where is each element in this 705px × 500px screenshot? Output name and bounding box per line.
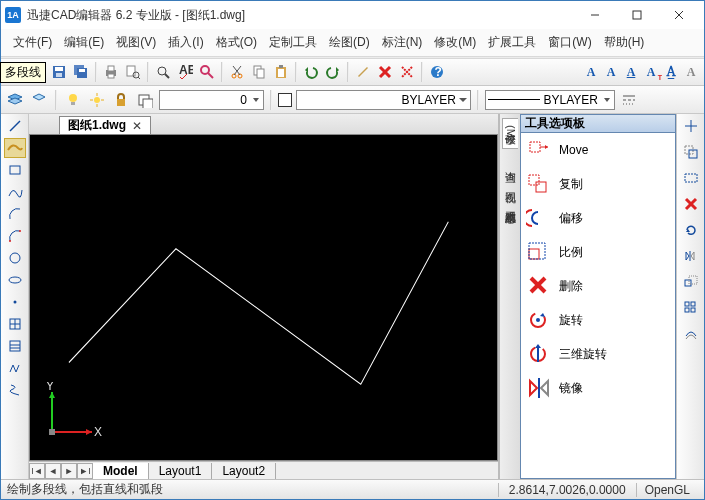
redo-icon[interactable] xyxy=(323,62,343,82)
palette-item-scale[interactable]: 比例 xyxy=(521,235,675,269)
polyline-tool[interactable] xyxy=(4,138,26,158)
textstyle-underline[interactable]: A xyxy=(622,63,640,81)
vtab-view[interactable]: 视图 xyxy=(503,177,518,189)
copy-icon[interactable] xyxy=(249,62,269,82)
layer-color-icon[interactable] xyxy=(135,90,155,110)
linetype-combo[interactable]: BYLAYER xyxy=(296,90,471,110)
vtab-inquiry[interactable]: 查询 xyxy=(503,157,518,169)
menu-help[interactable]: 帮助(H) xyxy=(598,31,651,54)
textstyle-A3[interactable]: AT xyxy=(642,63,660,81)
hatch-tool[interactable] xyxy=(4,336,26,356)
palette-item-copy[interactable]: 复制 xyxy=(521,167,675,201)
undo-icon[interactable] xyxy=(301,62,321,82)
point-tool[interactable] xyxy=(4,292,26,312)
arc-tool[interactable] xyxy=(4,204,26,224)
menu-dim[interactable]: 标注(N) xyxy=(376,31,429,54)
printpreview-icon[interactable] xyxy=(123,62,143,82)
textstyle-A5[interactable]: A xyxy=(682,63,700,81)
palette-item-rotate[interactable]: 旋转 xyxy=(521,303,675,337)
menu-edit[interactable]: 编辑(E) xyxy=(58,31,110,54)
palette-item-offset[interactable]: 偏移 xyxy=(521,201,675,235)
arc3p-tool[interactable] xyxy=(4,226,26,246)
scale2-icon[interactable] xyxy=(680,272,702,292)
tooltip: 多段线 xyxy=(0,62,46,83)
menu-format[interactable]: 格式(O) xyxy=(210,31,263,54)
copy2-icon[interactable] xyxy=(680,142,702,162)
linetype-icon[interactable] xyxy=(619,90,639,110)
array-icon[interactable] xyxy=(680,298,702,318)
erase-red-icon[interactable] xyxy=(375,62,395,82)
menu-view[interactable]: 视图(V) xyxy=(110,31,162,54)
layout-1[interactable]: Layout1 xyxy=(149,463,213,479)
delete2-icon[interactable] xyxy=(680,194,702,214)
vtab-modify[interactable]: 修改(M) xyxy=(502,118,518,149)
rotate-icon xyxy=(525,307,553,333)
sun-icon[interactable] xyxy=(87,90,107,110)
palette-item-move[interactable]: Move xyxy=(521,133,675,167)
svg-rect-38 xyxy=(71,102,75,105)
offset2-icon[interactable] xyxy=(680,324,702,344)
line-tool[interactable] xyxy=(4,116,26,136)
help-icon[interactable]: ? xyxy=(427,62,447,82)
menu-insert[interactable]: 插入(I) xyxy=(162,31,209,54)
layout-model[interactable]: Model xyxy=(93,463,149,479)
layerstate-icon[interactable] xyxy=(29,90,49,110)
lightbulb-icon[interactable] xyxy=(63,90,83,110)
menu-draw[interactable]: 绘图(D) xyxy=(323,31,376,54)
tab-nav-next[interactable]: ► xyxy=(61,463,77,479)
canvas[interactable]: X Y xyxy=(29,134,498,461)
tab-close-icon[interactable]: ✕ xyxy=(132,119,142,133)
textstyle-A1[interactable]: A xyxy=(582,63,600,81)
layout-2[interactable]: Layout2 xyxy=(212,463,276,479)
svg-point-55 xyxy=(9,277,21,283)
palette-item-rotate3d[interactable]: 三维旋转 xyxy=(521,337,675,371)
spline-tool[interactable] xyxy=(4,182,26,202)
window-title: 迅捷CAD编辑器 6.2 专业版 - [图纸1.dwg] xyxy=(27,7,574,24)
ellipse-tool[interactable] xyxy=(4,270,26,290)
cut-icon[interactable] xyxy=(227,62,247,82)
maximize-button[interactable] xyxy=(616,3,658,27)
menu-custom[interactable]: 定制工具 xyxy=(263,31,323,54)
trace-tool[interactable] xyxy=(4,358,26,378)
minimize-button[interactable] xyxy=(574,3,616,27)
erase-dashed-icon[interactable] xyxy=(397,62,417,82)
palette-item-delete[interactable]: 删除 xyxy=(521,269,675,303)
move-icon[interactable] xyxy=(680,116,702,136)
spellcheck-icon[interactable]: ABC xyxy=(175,62,195,82)
audit-icon[interactable] xyxy=(197,62,217,82)
menu-modify[interactable]: 修改(M) xyxy=(428,31,482,54)
stretch-icon[interactable] xyxy=(680,168,702,188)
layer-combo[interactable]: 0 xyxy=(159,90,264,110)
svg-rect-92 xyxy=(691,308,695,312)
circle-tool[interactable] xyxy=(4,248,26,268)
print-icon[interactable] xyxy=(101,62,121,82)
mirror2-icon[interactable] xyxy=(680,246,702,266)
rotate2-icon[interactable] xyxy=(680,220,702,240)
tab-nav-prev[interactable]: ◄ xyxy=(45,463,61,479)
svg-rect-91 xyxy=(685,308,689,312)
paste-icon[interactable] xyxy=(271,62,291,82)
menu-file[interactable]: 文件(F) xyxy=(7,31,58,54)
svg-rect-29 xyxy=(278,69,284,77)
textstyle-A2[interactable]: A xyxy=(602,63,620,81)
tab-nav-first[interactable]: I◄ xyxy=(29,463,45,479)
close-button[interactable] xyxy=(658,3,700,27)
find-icon[interactable] xyxy=(153,62,173,82)
block-tool[interactable] xyxy=(4,314,26,334)
helix-tool[interactable] xyxy=(4,380,26,400)
rectangle-tool[interactable] xyxy=(4,160,26,180)
lock-icon[interactable] xyxy=(111,90,131,110)
doc-tab[interactable]: 图纸1.dwg✕ xyxy=(59,116,151,134)
menu-window[interactable]: 窗口(W) xyxy=(542,31,597,54)
vtab-3dorbit[interactable]: 三维动态观察 xyxy=(503,197,518,209)
tab-nav-last[interactable]: ►I xyxy=(77,463,93,479)
layer-manager-icon[interactable] xyxy=(5,90,25,110)
menu-ext[interactable]: 扩展工具 xyxy=(482,31,542,54)
brush-icon[interactable] xyxy=(353,62,373,82)
saveall-icon[interactable] xyxy=(71,62,91,82)
color-swatch[interactable] xyxy=(278,93,292,107)
save-icon[interactable] xyxy=(49,62,69,82)
lineweight-combo[interactable]: BYLAYER xyxy=(485,90,615,110)
palette-item-mirror[interactable]: 镜像 xyxy=(521,371,675,405)
textstyle-A4[interactable]: A̲ xyxy=(662,63,680,81)
